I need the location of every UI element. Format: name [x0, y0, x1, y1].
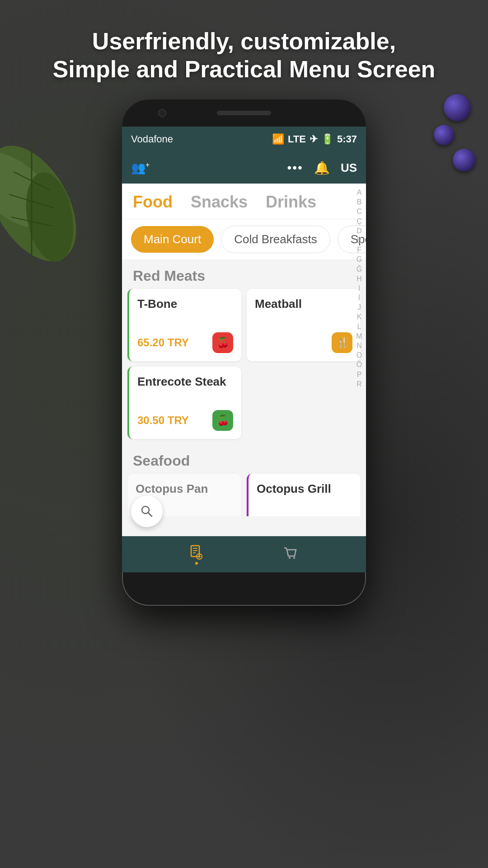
menu-item-entrecote[interactable]: Entrecote Steak 30.50 TRY 🍒 — [127, 367, 241, 439]
tab-food[interactable]: Food — [133, 193, 173, 212]
menu-item-empty — [247, 367, 361, 439]
alpha-gg[interactable]: Ğ — [357, 265, 362, 274]
alphabet-index: A B C Ç D E F G Ğ H I İ J K L M N O Ö P — [352, 184, 366, 536]
alpha-p[interactable]: P — [357, 370, 362, 379]
section-red-meats: Red Meats — [122, 259, 366, 289]
leaf-decoration — [0, 136, 77, 271]
cherry2-icon: 🍒 — [217, 415, 229, 426]
fork-icon: 🍴 — [336, 337, 348, 349]
entrecote-bottom: 30.50 TRY 🍒 — [137, 410, 233, 431]
phone-speaker — [217, 111, 271, 115]
alpha-d[interactable]: D — [357, 226, 362, 235]
octopus-grill-name: Octopus Grill — [257, 482, 352, 496]
alpha-g[interactable]: G — [357, 255, 362, 264]
bell-icon[interactable]: 🔔 — [314, 160, 330, 175]
menu-scroll-area[interactable]: Red Meats T-Bone 65.20 TRY 🍒 Meatball — [122, 259, 366, 516]
tbone-bottom: 65.20 TRY 🍒 — [137, 332, 233, 353]
tbone-name: T-Bone — [137, 297, 233, 311]
time-display: 5:37 — [337, 133, 357, 145]
alpha-h[interactable]: H — [357, 274, 362, 283]
carrier-label: Vodafone — [131, 133, 173, 145]
red-meats-grid: T-Bone 65.20 TRY 🍒 Meatball 🍴 — [122, 289, 366, 444]
alpha-n[interactable]: N — [357, 341, 362, 350]
alpha-a[interactable]: A — [357, 188, 362, 197]
status-bar: Vodafone 📶 LTE ✈ 🔋 5:37 — [122, 127, 366, 152]
alpha-cc[interactable]: Ç — [357, 217, 362, 226]
main-content: Food Snacks Drinks A B C Ç D E F G Ğ H I… — [122, 184, 366, 536]
tab-drinks[interactable]: Drinks — [266, 193, 316, 212]
phone-camera — [158, 109, 166, 117]
alpha-ii[interactable]: İ — [358, 293, 360, 302]
category-tabs: Food Snacks Drinks A B C Ç D E F G Ğ H I… — [122, 184, 366, 219]
alpha-r[interactable]: R — [357, 380, 362, 388]
alpha-b[interactable]: B — [357, 198, 362, 206]
subtab-main-court[interactable]: Main Court — [131, 226, 214, 253]
entrecote-icon[interactable]: 🍒 — [212, 410, 233, 431]
alpha-c[interactable]: C — [357, 207, 362, 216]
search-fab-button[interactable] — [131, 495, 163, 527]
alpha-e[interactable]: E — [357, 236, 362, 245]
entrecote-name: Entrecote Steak — [137, 375, 233, 389]
berry-decoration — [430, 90, 479, 175]
language-label[interactable]: US — [341, 161, 357, 175]
signal-icon: 📶 — [272, 133, 284, 145]
alpha-o[interactable]: O — [357, 351, 362, 359]
header-line2: Simple and Practical Menu Screen — [27, 55, 461, 83]
status-right: 📶 LTE ✈ 🔋 5:37 — [272, 133, 357, 145]
lte-label: LTE — [288, 133, 306, 145]
more-icon[interactable]: ••• — [287, 160, 303, 175]
tbone-icon[interactable]: 🍒 — [212, 332, 233, 353]
alpha-oo[interactable]: Ö — [357, 360, 362, 369]
cherry-icon: 🍒 — [217, 337, 229, 349]
alpha-i[interactable]: I — [358, 284, 360, 292]
alpha-k[interactable]: K — [357, 312, 362, 321]
section-seafood: Seafood — [122, 444, 366, 474]
bottom-menu-button[interactable] — [188, 544, 205, 565]
header-line1: Userfriendly, customizable, — [27, 27, 461, 55]
bottom-cart-button[interactable] — [283, 546, 300, 562]
menu-item-octopus-grill[interactable]: Octopus Grill — [247, 474, 361, 516]
alpha-m[interactable]: M — [356, 332, 362, 340]
add-people-icon[interactable]: 👥+ — [131, 161, 150, 175]
tab-snacks[interactable]: Snacks — [191, 193, 248, 212]
phone-top — [122, 99, 366, 127]
alpha-f[interactable]: F — [357, 245, 361, 254]
svg-line-8 — [148, 513, 152, 516]
menu-item-tbone[interactable]: T-Bone 65.20 TRY 🍒 — [127, 289, 241, 361]
header-text: Userfriendly, customizable, Simple and P… — [0, 27, 488, 84]
battery-icon: 🔋 — [321, 133, 333, 145]
active-tab-dot — [195, 562, 198, 565]
wifi-icon: ✈ — [310, 133, 318, 145]
svg-point-16 — [289, 557, 291, 559]
app-bar-right: ••• 🔔 US — [287, 160, 357, 175]
sub-category-tabs: Main Court Cold Breakfasts Speci... — [122, 219, 366, 259]
phone-frame: Vodafone 📶 LTE ✈ 🔋 5:37 👥+ ••• 🔔 US Food… — [122, 99, 366, 606]
subtab-cold-breakfasts[interactable]: Cold Breakfasts — [221, 226, 330, 253]
meatball-bottom: 🍴 — [255, 332, 352, 353]
menu-item-meatball[interactable]: Meatball 🍴 — [247, 289, 361, 361]
alpha-l[interactable]: L — [357, 322, 361, 331]
entrecote-price: 30.50 TRY — [137, 414, 189, 427]
tbone-price: 65.20 TRY — [137, 336, 189, 349]
svg-point-17 — [293, 557, 295, 559]
app-bar: 👥+ ••• 🔔 US — [122, 152, 366, 184]
octopus-pan-name: Octopus Pan — [136, 482, 233, 496]
bottom-navigation — [122, 536, 366, 572]
meatball-name: Meatball — [255, 297, 352, 311]
app-bar-left: 👥+ — [131, 161, 150, 175]
alpha-j[interactable]: J — [357, 303, 361, 311]
meatball-icon[interactable]: 🍴 — [332, 332, 352, 353]
